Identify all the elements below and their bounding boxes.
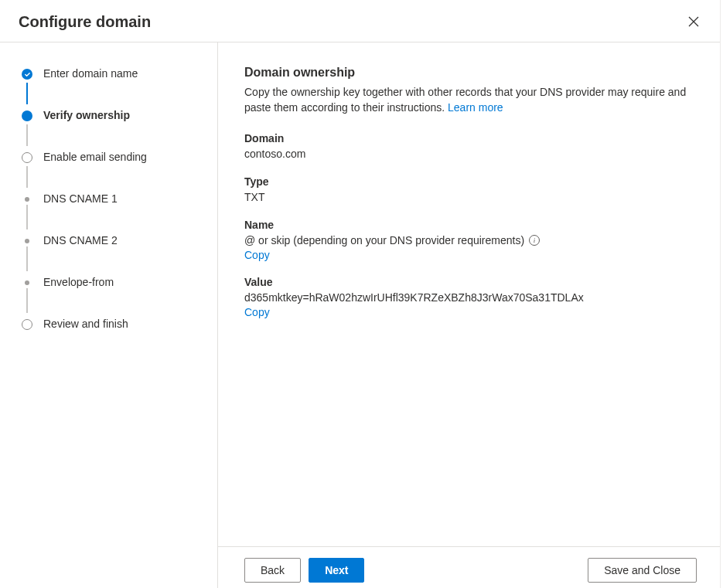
dialog-body: Enter domain name Verify ownership Enabl…: [0, 42, 723, 588]
field-label: Domain: [244, 132, 697, 144]
field-value: d365mktkey=hRaW02hzwIrUHfl39K7RZeXBZh8J3…: [244, 290, 697, 305]
section-heading: Domain ownership: [244, 66, 697, 80]
next-button[interactable]: Next: [309, 558, 364, 583]
step-verify-ownership[interactable]: Verify ownership: [22, 107, 217, 149]
step-label: Enter domain name: [43, 66, 138, 80]
dialog-header: Configure domain: [0, 0, 723, 42]
save-and-close-button[interactable]: Save and Close: [588, 558, 697, 583]
step-dns-cname-2[interactable]: DNS CNAME 2: [22, 233, 217, 274]
field-value: contoso.com: [244, 146, 697, 161]
field-name: Name @ or skip (depending on your DNS pr…: [244, 219, 697, 262]
step-label: Enable email sending: [43, 150, 147, 163]
field-domain: Domain contoso.com: [244, 132, 697, 161]
substep-dot-icon: [25, 197, 29, 202]
step-enable-email-sending[interactable]: Enable email sending: [22, 149, 217, 191]
dialog-title: Configure domain: [19, 13, 151, 31]
step-connector: [26, 166, 28, 188]
footer-left-group: Back Next: [244, 558, 364, 583]
field-label: Value: [244, 276, 697, 288]
step-connector: [26, 246, 28, 271]
content-area: Domain ownership Copy the ownership key …: [218, 42, 723, 546]
pending-step-icon: [22, 319, 32, 330]
step-connector: [26, 205, 28, 229]
section-description: Copy the ownership key together with oth…: [244, 84, 697, 115]
current-step-icon: [22, 110, 32, 121]
scrollbar-gutter: [720, 0, 723, 588]
copy-name-link[interactable]: Copy: [244, 249, 270, 261]
learn-more-link[interactable]: Learn more: [448, 101, 503, 114]
field-label: Name: [244, 219, 697, 231]
field-value: @ or skip (depending on your DNS provide…: [244, 233, 524, 248]
substep-dot-icon: [25, 239, 29, 243]
main-panel: Domain ownership Copy the ownership key …: [218, 42, 723, 588]
close-icon: [687, 15, 700, 28]
info-icon[interactable]: i: [529, 235, 540, 246]
wizard-steps: Enter domain name Verify ownership Enabl…: [0, 42, 218, 588]
field-value-row: @ or skip (depending on your DNS provide…: [244, 233, 540, 248]
pending-step-icon: [22, 152, 32, 163]
step-envelope-from[interactable]: Envelope-from: [22, 274, 217, 316]
step-connector: [26, 288, 28, 313]
step-label: Verify ownership: [43, 108, 130, 121]
check-circle-icon: [22, 69, 32, 80]
field-value: TXT: [244, 189, 697, 205]
step-label: DNS CNAME 2: [43, 233, 118, 246]
step-dns-cname-1[interactable]: DNS CNAME 1: [22, 191, 217, 233]
step-review-and-finish[interactable]: Review and finish: [22, 316, 217, 331]
field-type: Type TXT: [244, 175, 697, 205]
substep-dot-icon: [25, 280, 29, 285]
step-label: Envelope-from: [43, 275, 114, 288]
step-enter-domain-name[interactable]: Enter domain name: [22, 66, 217, 107]
field-value-record: Value d365mktkey=hRaW02hzwIrUHfl39K7RZeX…: [244, 276, 697, 319]
close-button[interactable]: [683, 11, 704, 32]
step-connector: [26, 83, 28, 104]
step-label: Review and finish: [43, 317, 128, 330]
step-connector: [26, 124, 28, 146]
back-button[interactable]: Back: [244, 558, 301, 583]
dialog-footer: Back Next Save and Close: [218, 546, 723, 588]
field-label: Type: [244, 175, 697, 188]
copy-value-link[interactable]: Copy: [244, 306, 270, 318]
step-label: DNS CNAME 1: [43, 192, 118, 205]
